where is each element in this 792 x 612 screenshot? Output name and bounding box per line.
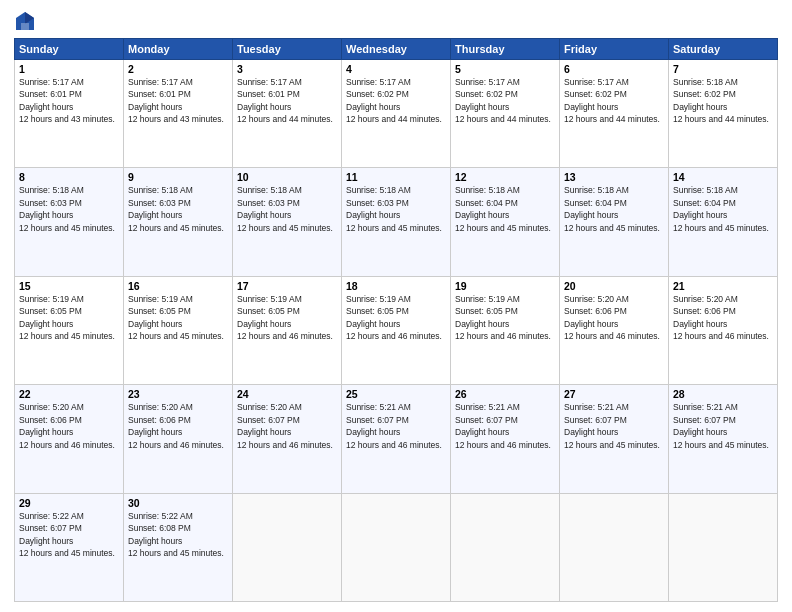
calendar-week-row: 15Sunrise: 5:19 AMSunset: 6:05 PMDayligh… — [15, 276, 778, 384]
calendar-cell: 4Sunrise: 5:17 AMSunset: 6:02 PMDaylight… — [342, 60, 451, 168]
day-number: 4 — [346, 63, 446, 75]
day-number: 25 — [346, 388, 446, 400]
day-info: Sunrise: 5:19 AMSunset: 6:05 PMDaylight … — [128, 294, 224, 341]
calendar-header-monday: Monday — [124, 39, 233, 60]
day-info: Sunrise: 5:17 AMSunset: 6:01 PMDaylight … — [237, 77, 333, 124]
calendar-cell: 6Sunrise: 5:17 AMSunset: 6:02 PMDaylight… — [560, 60, 669, 168]
calendar-cell: 11Sunrise: 5:18 AMSunset: 6:03 PMDayligh… — [342, 168, 451, 276]
day-number: 8 — [19, 171, 119, 183]
day-number: 3 — [237, 63, 337, 75]
day-info: Sunrise: 5:20 AMSunset: 6:06 PMDaylight … — [128, 402, 224, 449]
calendar-cell — [560, 493, 669, 601]
day-number: 29 — [19, 497, 119, 509]
calendar-cell: 7Sunrise: 5:18 AMSunset: 6:02 PMDaylight… — [669, 60, 778, 168]
day-info: Sunrise: 5:21 AMSunset: 6:07 PMDaylight … — [673, 402, 769, 449]
calendar-cell: 14Sunrise: 5:18 AMSunset: 6:04 PMDayligh… — [669, 168, 778, 276]
day-info: Sunrise: 5:18 AMSunset: 6:04 PMDaylight … — [564, 185, 660, 232]
day-number: 14 — [673, 171, 773, 183]
day-number: 5 — [455, 63, 555, 75]
calendar-week-row: 8Sunrise: 5:18 AMSunset: 6:03 PMDaylight… — [15, 168, 778, 276]
day-number: 24 — [237, 388, 337, 400]
day-number: 27 — [564, 388, 664, 400]
day-info: Sunrise: 5:19 AMSunset: 6:05 PMDaylight … — [455, 294, 551, 341]
svg-rect-2 — [21, 23, 29, 30]
day-number: 2 — [128, 63, 228, 75]
day-info: Sunrise: 5:18 AMSunset: 6:03 PMDaylight … — [128, 185, 224, 232]
calendar-cell: 15Sunrise: 5:19 AMSunset: 6:05 PMDayligh… — [15, 276, 124, 384]
day-number: 11 — [346, 171, 446, 183]
day-info: Sunrise: 5:20 AMSunset: 6:06 PMDaylight … — [673, 294, 769, 341]
calendar-cell: 18Sunrise: 5:19 AMSunset: 6:05 PMDayligh… — [342, 276, 451, 384]
day-number: 6 — [564, 63, 664, 75]
day-number: 28 — [673, 388, 773, 400]
calendar-cell — [342, 493, 451, 601]
calendar-cell: 19Sunrise: 5:19 AMSunset: 6:05 PMDayligh… — [451, 276, 560, 384]
day-info: Sunrise: 5:18 AMSunset: 6:03 PMDaylight … — [346, 185, 442, 232]
calendar-week-row: 29Sunrise: 5:22 AMSunset: 6:07 PMDayligh… — [15, 493, 778, 601]
calendar-header-saturday: Saturday — [669, 39, 778, 60]
calendar-header-friday: Friday — [560, 39, 669, 60]
day-number: 22 — [19, 388, 119, 400]
calendar-header-sunday: Sunday — [15, 39, 124, 60]
day-info: Sunrise: 5:21 AMSunset: 6:07 PMDaylight … — [564, 402, 660, 449]
calendar-table: SundayMondayTuesdayWednesdayThursdayFrid… — [14, 38, 778, 602]
calendar-cell: 1Sunrise: 5:17 AMSunset: 6:01 PMDaylight… — [15, 60, 124, 168]
day-info: Sunrise: 5:19 AMSunset: 6:05 PMDaylight … — [346, 294, 442, 341]
calendar-header-tuesday: Tuesday — [233, 39, 342, 60]
day-info: Sunrise: 5:22 AMSunset: 6:08 PMDaylight … — [128, 511, 224, 558]
day-number: 18 — [346, 280, 446, 292]
calendar-cell: 17Sunrise: 5:19 AMSunset: 6:05 PMDayligh… — [233, 276, 342, 384]
calendar-header-wednesday: Wednesday — [342, 39, 451, 60]
calendar-cell: 30Sunrise: 5:22 AMSunset: 6:08 PMDayligh… — [124, 493, 233, 601]
calendar-week-row: 22Sunrise: 5:20 AMSunset: 6:06 PMDayligh… — [15, 385, 778, 493]
day-info: Sunrise: 5:20 AMSunset: 6:06 PMDaylight … — [19, 402, 115, 449]
calendar-cell — [233, 493, 342, 601]
calendar-cell: 8Sunrise: 5:18 AMSunset: 6:03 PMDaylight… — [15, 168, 124, 276]
calendar-cell: 10Sunrise: 5:18 AMSunset: 6:03 PMDayligh… — [233, 168, 342, 276]
calendar-cell: 21Sunrise: 5:20 AMSunset: 6:06 PMDayligh… — [669, 276, 778, 384]
calendar-cell: 5Sunrise: 5:17 AMSunset: 6:02 PMDaylight… — [451, 60, 560, 168]
day-info: Sunrise: 5:18 AMSunset: 6:03 PMDaylight … — [237, 185, 333, 232]
logo — [14, 10, 40, 32]
calendar-cell: 25Sunrise: 5:21 AMSunset: 6:07 PMDayligh… — [342, 385, 451, 493]
day-number: 7 — [673, 63, 773, 75]
calendar-cell: 9Sunrise: 5:18 AMSunset: 6:03 PMDaylight… — [124, 168, 233, 276]
day-info: Sunrise: 5:17 AMSunset: 6:01 PMDaylight … — [128, 77, 224, 124]
calendar-cell: 27Sunrise: 5:21 AMSunset: 6:07 PMDayligh… — [560, 385, 669, 493]
page: SundayMondayTuesdayWednesdayThursdayFrid… — [0, 0, 792, 612]
day-info: Sunrise: 5:20 AMSunset: 6:06 PMDaylight … — [564, 294, 660, 341]
day-number: 9 — [128, 171, 228, 183]
day-number: 21 — [673, 280, 773, 292]
calendar-cell — [451, 493, 560, 601]
calendar-week-row: 1Sunrise: 5:17 AMSunset: 6:01 PMDaylight… — [15, 60, 778, 168]
day-number: 19 — [455, 280, 555, 292]
calendar-cell: 20Sunrise: 5:20 AMSunset: 6:06 PMDayligh… — [560, 276, 669, 384]
logo-icon — [14, 10, 36, 32]
day-number: 26 — [455, 388, 555, 400]
day-number: 10 — [237, 171, 337, 183]
day-number: 1 — [19, 63, 119, 75]
day-number: 12 — [455, 171, 555, 183]
day-info: Sunrise: 5:20 AMSunset: 6:07 PMDaylight … — [237, 402, 333, 449]
calendar-header-row: SundayMondayTuesdayWednesdayThursdayFrid… — [15, 39, 778, 60]
calendar-cell: 23Sunrise: 5:20 AMSunset: 6:06 PMDayligh… — [124, 385, 233, 493]
calendar-cell: 22Sunrise: 5:20 AMSunset: 6:06 PMDayligh… — [15, 385, 124, 493]
day-info: Sunrise: 5:22 AMSunset: 6:07 PMDaylight … — [19, 511, 115, 558]
day-info: Sunrise: 5:19 AMSunset: 6:05 PMDaylight … — [19, 294, 115, 341]
day-info: Sunrise: 5:18 AMSunset: 6:04 PMDaylight … — [455, 185, 551, 232]
day-info: Sunrise: 5:18 AMSunset: 6:02 PMDaylight … — [673, 77, 769, 124]
day-info: Sunrise: 5:19 AMSunset: 6:05 PMDaylight … — [237, 294, 333, 341]
day-info: Sunrise: 5:18 AMSunset: 6:04 PMDaylight … — [673, 185, 769, 232]
calendar-cell — [669, 493, 778, 601]
calendar-cell: 2Sunrise: 5:17 AMSunset: 6:01 PMDaylight… — [124, 60, 233, 168]
day-number: 17 — [237, 280, 337, 292]
day-number: 30 — [128, 497, 228, 509]
day-info: Sunrise: 5:17 AMSunset: 6:01 PMDaylight … — [19, 77, 115, 124]
header — [14, 10, 778, 32]
day-number: 23 — [128, 388, 228, 400]
calendar-cell: 24Sunrise: 5:20 AMSunset: 6:07 PMDayligh… — [233, 385, 342, 493]
calendar-cell: 12Sunrise: 5:18 AMSunset: 6:04 PMDayligh… — [451, 168, 560, 276]
calendar-cell: 16Sunrise: 5:19 AMSunset: 6:05 PMDayligh… — [124, 276, 233, 384]
calendar-cell: 3Sunrise: 5:17 AMSunset: 6:01 PMDaylight… — [233, 60, 342, 168]
calendar-header-thursday: Thursday — [451, 39, 560, 60]
